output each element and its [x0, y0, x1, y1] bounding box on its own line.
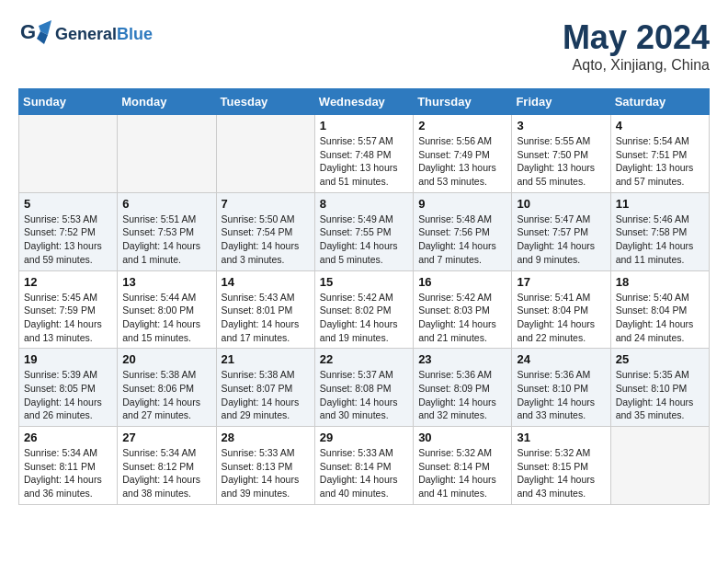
day-number: 21 [222, 352, 310, 366]
calendar-cell: 25Sunrise: 5:35 AM Sunset: 8:10 PM Dayli… [610, 349, 709, 427]
calendar-cell: 15Sunrise: 5:42 AM Sunset: 8:02 PM Dayli… [314, 270, 413, 349]
day-number: 16 [418, 275, 506, 289]
day-number: 12 [24, 275, 112, 289]
day-content: Sunrise: 5:48 AM Sunset: 7:56 PM Dayligh… [418, 213, 506, 267]
weekday-header-monday: Monday [118, 89, 216, 115]
calendar-cell: 29Sunrise: 5:33 AM Sunset: 8:14 PM Dayli… [314, 427, 413, 505]
day-number: 28 [222, 431, 310, 444]
day-content: Sunrise: 5:32 AM Sunset: 8:14 PM Dayligh… [418, 446, 506, 500]
day-number: 18 [616, 275, 704, 289]
title-block: May 2024 Aqto, Xinjiang, China [563, 18, 710, 74]
day-content: Sunrise: 5:47 AM Sunset: 7:57 PM Dayligh… [517, 213, 605, 267]
calendar-cell: 22Sunrise: 5:37 AM Sunset: 8:08 PM Dayli… [314, 349, 413, 427]
day-number: 3 [517, 119, 605, 132]
day-number: 29 [320, 431, 408, 444]
logo: G GeneralBlue [18, 18, 153, 52]
day-content: Sunrise: 5:35 AM Sunset: 8:10 PM Dayligh… [616, 368, 704, 422]
day-content: Sunrise: 5:34 AM Sunset: 8:11 PM Dayligh… [24, 446, 112, 500]
calendar-cell: 24Sunrise: 5:36 AM Sunset: 8:10 PM Dayli… [512, 349, 610, 427]
day-number: 24 [517, 352, 605, 366]
calendar-cell: 31Sunrise: 5:32 AM Sunset: 8:15 PM Dayli… [512, 427, 610, 505]
page-header: G GeneralBlue May 2024 Aqto, Xinjiang, C… [18, 18, 710, 74]
calendar-cell: 7Sunrise: 5:50 AM Sunset: 7:54 PM Daylig… [216, 192, 314, 270]
day-number: 23 [418, 352, 506, 366]
day-content: Sunrise: 5:55 AM Sunset: 7:50 PM Dayligh… [517, 134, 605, 189]
week-row-4: 19Sunrise: 5:39 AM Sunset: 8:05 PM Dayli… [19, 349, 710, 427]
calendar-cell: 8Sunrise: 5:49 AM Sunset: 7:55 PM Daylig… [314, 192, 413, 270]
calendar-cell [216, 115, 314, 193]
calendar-cell: 1Sunrise: 5:57 AM Sunset: 7:48 PM Daylig… [314, 115, 413, 193]
calendar-cell: 19Sunrise: 5:39 AM Sunset: 8:05 PM Dayli… [19, 349, 118, 427]
day-number: 25 [616, 352, 704, 366]
day-content: Sunrise: 5:50 AM Sunset: 7:54 PM Dayligh… [222, 213, 310, 267]
weekday-header-tuesday: Tuesday [216, 89, 314, 115]
day-number: 1 [320, 119, 408, 132]
day-content: Sunrise: 5:51 AM Sunset: 7:53 PM Dayligh… [122, 213, 210, 267]
calendar-cell: 4Sunrise: 5:54 AM Sunset: 7:51 PM Daylig… [610, 115, 709, 193]
svg-text:G: G [20, 20, 36, 43]
day-content: Sunrise: 5:36 AM Sunset: 8:10 PM Dayligh… [517, 368, 605, 422]
day-content: Sunrise: 5:49 AM Sunset: 7:55 PM Dayligh… [320, 213, 408, 267]
calendar-cell: 28Sunrise: 5:33 AM Sunset: 8:13 PM Dayli… [216, 427, 314, 505]
week-row-5: 26Sunrise: 5:34 AM Sunset: 8:11 PM Dayli… [19, 427, 710, 505]
calendar-cell: 18Sunrise: 5:40 AM Sunset: 8:04 PM Dayli… [610, 270, 709, 349]
day-content: Sunrise: 5:54 AM Sunset: 7:51 PM Dayligh… [616, 134, 704, 189]
weekday-header-saturday: Saturday [610, 89, 709, 115]
day-content: Sunrise: 5:40 AM Sunset: 8:04 PM Dayligh… [616, 291, 704, 345]
day-content: Sunrise: 5:56 AM Sunset: 7:49 PM Dayligh… [418, 134, 506, 189]
day-number: 4 [616, 119, 704, 132]
day-content: Sunrise: 5:32 AM Sunset: 8:15 PM Dayligh… [517, 446, 605, 500]
day-number: 15 [320, 275, 408, 289]
day-content: Sunrise: 5:43 AM Sunset: 8:01 PM Dayligh… [222, 291, 310, 345]
calendar-cell [118, 115, 216, 193]
calendar-cell: 26Sunrise: 5:34 AM Sunset: 8:11 PM Dayli… [19, 427, 118, 505]
day-number: 10 [517, 197, 605, 211]
day-number: 27 [122, 431, 210, 444]
day-number: 20 [122, 352, 210, 366]
weekday-header-sunday: Sunday [19, 89, 118, 115]
calendar-cell: 27Sunrise: 5:34 AM Sunset: 8:12 PM Dayli… [118, 427, 216, 505]
week-row-2: 5Sunrise: 5:53 AM Sunset: 7:52 PM Daylig… [19, 192, 710, 270]
day-number: 22 [320, 352, 408, 366]
weekday-header-row: SundayMondayTuesdayWednesdayThursdayFrid… [19, 89, 710, 115]
week-row-3: 12Sunrise: 5:45 AM Sunset: 7:59 PM Dayli… [19, 270, 710, 349]
day-content: Sunrise: 5:33 AM Sunset: 8:14 PM Dayligh… [320, 446, 408, 500]
day-content: Sunrise: 5:33 AM Sunset: 8:13 PM Dayligh… [222, 446, 310, 500]
calendar-cell: 14Sunrise: 5:43 AM Sunset: 8:01 PM Dayli… [216, 270, 314, 349]
day-number: 9 [418, 197, 506, 211]
day-number: 31 [517, 431, 605, 444]
location: Aqto, Xinjiang, China [563, 57, 710, 74]
day-content: Sunrise: 5:36 AM Sunset: 8:09 PM Dayligh… [418, 368, 506, 422]
week-row-1: 1Sunrise: 5:57 AM Sunset: 7:48 PM Daylig… [19, 115, 710, 193]
calendar-cell: 30Sunrise: 5:32 AM Sunset: 8:14 PM Dayli… [414, 427, 512, 505]
day-content: Sunrise: 5:44 AM Sunset: 8:00 PM Dayligh… [122, 291, 210, 345]
day-number: 19 [24, 352, 112, 366]
day-content: Sunrise: 5:39 AM Sunset: 8:05 PM Dayligh… [24, 368, 112, 422]
weekday-header-wednesday: Wednesday [314, 89, 413, 115]
day-content: Sunrise: 5:38 AM Sunset: 8:07 PM Dayligh… [222, 368, 310, 422]
calendar-cell [610, 427, 709, 505]
day-number: 8 [320, 197, 408, 211]
day-content: Sunrise: 5:45 AM Sunset: 7:59 PM Dayligh… [24, 291, 112, 345]
calendar-cell: 23Sunrise: 5:36 AM Sunset: 8:09 PM Dayli… [414, 349, 512, 427]
logo-text-line1: GeneralBlue [55, 26, 153, 44]
calendar-cell: 2Sunrise: 5:56 AM Sunset: 7:49 PM Daylig… [414, 115, 512, 193]
day-number: 26 [24, 431, 112, 444]
day-number: 13 [122, 275, 210, 289]
day-content: Sunrise: 5:57 AM Sunset: 7:48 PM Dayligh… [320, 134, 408, 189]
day-number: 7 [222, 197, 310, 211]
calendar-cell: 9Sunrise: 5:48 AM Sunset: 7:56 PM Daylig… [414, 192, 512, 270]
calendar-cell: 13Sunrise: 5:44 AM Sunset: 8:00 PM Dayli… [118, 270, 216, 349]
calendar-cell: 20Sunrise: 5:38 AM Sunset: 8:06 PM Dayli… [118, 349, 216, 427]
day-number: 30 [418, 431, 506, 444]
calendar-cell [19, 115, 118, 193]
weekday-header-thursday: Thursday [414, 89, 512, 115]
weekday-header-friday: Friday [512, 89, 610, 115]
day-number: 5 [24, 197, 112, 211]
day-content: Sunrise: 5:37 AM Sunset: 8:08 PM Dayligh… [320, 368, 408, 422]
calendar-cell: 16Sunrise: 5:42 AM Sunset: 8:03 PM Dayli… [414, 270, 512, 349]
calendar-cell: 3Sunrise: 5:55 AM Sunset: 7:50 PM Daylig… [512, 115, 610, 193]
calendar-cell: 5Sunrise: 5:53 AM Sunset: 7:52 PM Daylig… [19, 192, 118, 270]
calendar-cell: 12Sunrise: 5:45 AM Sunset: 7:59 PM Dayli… [19, 270, 118, 349]
day-content: Sunrise: 5:46 AM Sunset: 7:58 PM Dayligh… [616, 213, 704, 267]
